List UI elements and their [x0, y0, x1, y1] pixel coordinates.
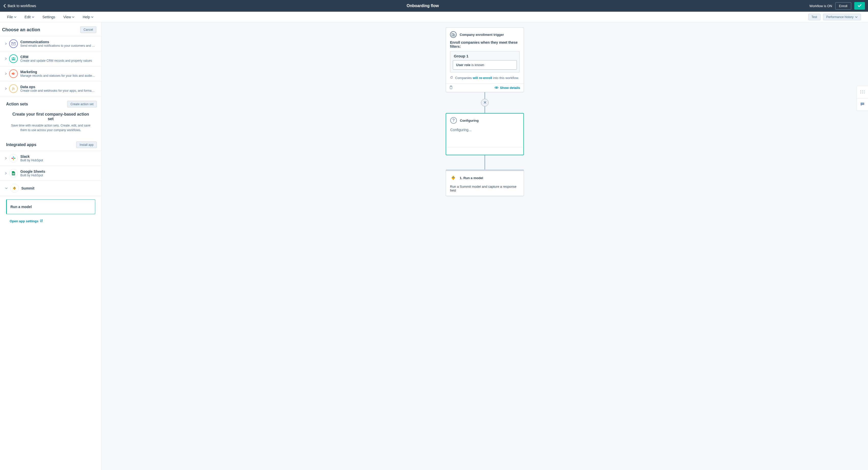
app-slack[interactable]: Slack Built by HubSpot [0, 151, 101, 166]
chevron-down-icon [32, 16, 34, 18]
category-communications[interactable]: Communications Send emails and notificat… [0, 36, 101, 51]
summit-icon [10, 184, 19, 193]
minimap-button[interactable] [857, 86, 868, 98]
reenroll-post: into this workflow. [492, 76, 519, 80]
svg-point-21 [862, 103, 863, 104]
summit-run-model-action[interactable]: Run a model [6, 199, 95, 214]
chevron-down-icon [5, 187, 8, 189]
rule-field: User role [456, 63, 470, 67]
performance-history-button[interactable]: Performance history [823, 14, 861, 20]
back-to-workflows-link[interactable]: Back to workflows [3, 4, 36, 8]
svg-point-18 [862, 93, 863, 93]
chevron-down-icon [855, 16, 858, 18]
building-icon [450, 31, 457, 38]
filter-group[interactable]: Group 1 User role is known [450, 51, 520, 72]
filter-rule[interactable]: User role is known [453, 60, 517, 70]
install-app-button[interactable]: Install app [76, 142, 97, 148]
check-icon [858, 4, 862, 8]
action-sidebar: Choose an action Cancel Communications S… [0, 22, 102, 470]
sidebar-scroll[interactable]: Communications Send emails and notificat… [0, 36, 101, 470]
svg-point-13 [496, 87, 497, 88]
svg-rect-6 [13, 159, 14, 160]
trigger-desc: Enroll companies when they meet these fi… [450, 40, 520, 49]
megaphone-icon [9, 69, 18, 78]
chevron-right-icon [5, 87, 7, 90]
trigger-card[interactable]: Company enrollment trigger Enroll compan… [446, 27, 524, 92]
category-data-ops[interactable]: fx Data ops Create code and webhooks for… [0, 81, 101, 96]
app-name: Summit [21, 186, 97, 190]
category-title: CRM [20, 55, 97, 59]
category-crm[interactable]: CRM Create and update CRM records and pr… [0, 51, 101, 66]
back-link-label: Back to workflows [8, 4, 36, 8]
show-details-label: Show details [500, 86, 520, 90]
topbar-right: Workflow is ON Enroll [809, 2, 865, 10]
chevron-down-icon [91, 16, 94, 18]
envelope-icon [9, 39, 18, 48]
app-name: Google Sheets [20, 169, 97, 174]
menu-edit[interactable]: Edit [25, 15, 34, 19]
connector [485, 92, 485, 99]
integrated-apps-title: Integrated apps [6, 143, 36, 147]
main: Choose an action Cancel Communications S… [0, 22, 868, 470]
workflow-canvas[interactable]: Company enrollment trigger Enroll compan… [102, 22, 868, 470]
run-model-desc: Run a Summit model and capture a respons… [446, 184, 524, 196]
connector [485, 106, 485, 113]
app-by: Built by HubSpot [20, 174, 97, 177]
svg-point-15 [862, 91, 863, 91]
eye-icon [494, 86, 499, 90]
menu-edit-label: Edit [25, 15, 31, 19]
svg-point-19 [864, 93, 865, 93]
create-action-set-button[interactable]: Create action set [67, 101, 97, 107]
svg-rect-4 [13, 156, 14, 158]
svg-rect-5 [14, 158, 16, 159]
svg-point-16 [864, 91, 865, 91]
configuring-title: Configuring [460, 119, 479, 122]
menu-view[interactable]: View [63, 15, 74, 19]
action-sets-empty-title: Create your first company-based action s… [10, 112, 91, 121]
comments-button[interactable] [857, 98, 868, 111]
app-google-sheets[interactable]: Google Sheets Built by HubSpot [0, 166, 101, 181]
reenroll-highlight: will re-enroll [473, 76, 492, 80]
category-title: Marketing [20, 70, 97, 74]
clipboard-icon[interactable] [450, 86, 453, 90]
app-name: Slack [20, 154, 97, 159]
category-marketing[interactable]: Marketing Manage records and statuses fo… [0, 66, 101, 81]
category-desc: Manage records and statuses for your lis… [20, 74, 97, 77]
open-app-settings-link[interactable]: Open app settings [0, 218, 43, 228]
svg-point-1 [13, 57, 14, 58]
question-icon: ? [450, 117, 457, 124]
google-sheets-icon [9, 169, 18, 178]
chevron-right-icon [5, 157, 7, 160]
svg-point-20 [861, 103, 862, 104]
configuring-body: Configuring... [446, 126, 523, 147]
svg-point-17 [860, 93, 861, 93]
app-summit[interactable]: Summit [0, 181, 101, 196]
external-link-icon [40, 219, 43, 223]
slack-icon [9, 154, 18, 163]
menu-settings[interactable]: Settings [42, 15, 55, 19]
workflow-status: Workflow is ON [809, 4, 832, 8]
remove-node-button[interactable]: ✕ [481, 99, 489, 106]
category-desc: Create and update CRM records and proper… [20, 59, 97, 62]
confirm-button[interactable] [854, 2, 865, 10]
run-model-title: 1. Run a model [460, 176, 483, 180]
configuring-card[interactable]: ? Configuring Configuring... [446, 113, 524, 155]
reenroll-pre: Companies [455, 76, 473, 80]
show-details-link[interactable]: Show details [494, 86, 520, 90]
run-model-card[interactable]: 1. Run a model Run a Summit model and ca… [446, 169, 524, 196]
svg-rect-7 [11, 158, 13, 159]
menubar: File Edit Settings View Help Test Perfor… [0, 12, 868, 22]
menu-help-label: Help [83, 15, 90, 19]
topbar: Back to workflows Onboarding flow Workfl… [0, 0, 868, 12]
menu-file-label: File [7, 15, 13, 19]
workflow-title: Onboarding flow [36, 4, 809, 8]
cancel-button[interactable]: Cancel [80, 26, 96, 33]
chevron-down-icon [14, 16, 17, 18]
menu-view-label: View [63, 15, 71, 19]
menu-file[interactable]: File [7, 15, 17, 19]
svg-point-2 [12, 58, 13, 59]
menu-help[interactable]: Help [83, 15, 94, 19]
test-button[interactable]: Test [808, 14, 820, 20]
enroll-button[interactable]: Enroll [835, 2, 851, 10]
connector [485, 155, 485, 169]
